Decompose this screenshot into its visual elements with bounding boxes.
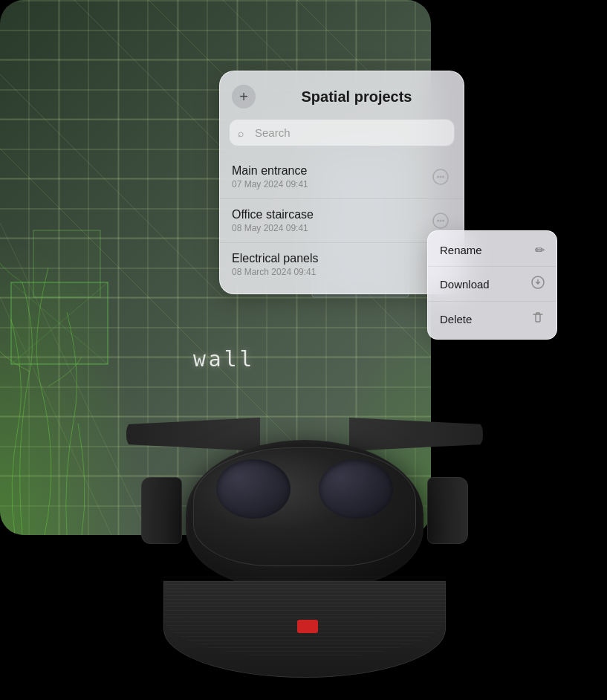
project-action-1[interactable] <box>429 210 452 232</box>
project-date-0: 07 May 2024 09:41 <box>232 179 429 189</box>
project-info-1: Office staircase 08 May 2024 09:41 <box>232 208 429 233</box>
rename-icon: ✏ <box>535 243 545 257</box>
context-menu: Rename ✏ Download Delete <box>427 230 557 340</box>
wall-label: wall <box>193 347 255 372</box>
svg-point-31 <box>442 176 444 178</box>
project-name-1: Office staircase <box>232 208 429 221</box>
headset-band-left <box>126 418 260 451</box>
search-input[interactable] <box>229 119 455 146</box>
context-download[interactable]: Download <box>428 267 556 302</box>
headset-strap-texture <box>163 577 446 658</box>
project-item-1[interactable]: Office staircase 08 May 2024 09:41 <box>220 199 464 243</box>
headset-side-right <box>427 477 468 544</box>
context-delete[interactable]: Delete <box>428 302 556 336</box>
headset-visor <box>193 447 416 566</box>
search-icon: ⌕ <box>238 127 244 139</box>
svg-point-34 <box>440 220 442 222</box>
context-delete-label: Delete <box>440 313 472 325</box>
project-name-2: Electrical panels <box>232 252 429 265</box>
add-project-button[interactable]: + <box>232 85 256 108</box>
project-action-0[interactable] <box>429 166 452 188</box>
search-container: ⌕ <box>229 119 455 146</box>
panel-title: Spatial projects <box>264 88 449 106</box>
svg-point-30 <box>440 176 442 178</box>
panel-header: + Spatial projects <box>220 71 464 119</box>
svg-point-29 <box>437 176 439 178</box>
context-rename[interactable]: Rename ✏ <box>428 234 556 267</box>
more-icon-0 <box>432 169 449 185</box>
more-icon-1 <box>432 213 449 229</box>
context-download-label: Download <box>440 278 490 291</box>
svg-point-35 <box>442 220 444 222</box>
headset-badge <box>297 620 318 633</box>
project-date-1: 08 May 2024 09:41 <box>232 223 429 233</box>
vr-headset <box>111 403 498 700</box>
context-rename-label: Rename <box>440 244 482 256</box>
download-icon <box>531 276 545 292</box>
headset-side-left <box>141 477 182 544</box>
delete-icon <box>531 311 545 327</box>
svg-point-33 <box>437 220 439 222</box>
headset-band-right <box>349 418 483 451</box>
project-info-0: Main entrance 07 May 2024 09:41 <box>232 164 429 189</box>
project-name-0: Main entrance <box>232 164 429 178</box>
project-info-2: Electrical panels 08 March 2024 09:41 <box>232 252 429 277</box>
project-item-0[interactable]: Main entrance 07 May 2024 09:41 <box>220 155 464 199</box>
project-date-2: 08 March 2024 09:41 <box>232 267 429 277</box>
